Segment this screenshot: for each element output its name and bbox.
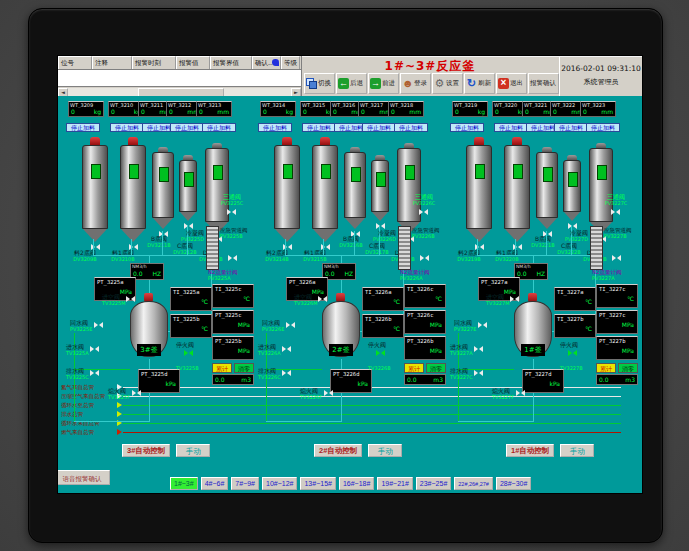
emergency-valve-icon[interactable] <box>612 255 621 262</box>
valve-label[interactable]: 进空阀 TV3225M <box>102 293 136 306</box>
valve-label[interactable]: 进空阀 TV3226M <box>294 293 328 306</box>
totalize-button[interactable]: 累计 <box>404 363 424 373</box>
toolbar-button[interactable]: 设置 <box>432 73 463 94</box>
valve-label[interactable]: 进水阀 TV3225A <box>66 343 100 356</box>
voice-alarm-confirm-button[interactable]: 语音报警确认 <box>57 470 110 485</box>
valve-label[interactable]: 排水阀 TV3225C <box>66 367 100 380</box>
condenser-valve-label[interactable]: 冷凝阀 PV3227D <box>550 229 588 242</box>
three-way-valve-label[interactable]: 三通阀 PV3227C <box>596 193 636 206</box>
fire-valve-icon[interactable] <box>184 350 193 357</box>
emergency-pipe-valve-label[interactable]: 应急管道阀 PV3225B <box>220 227 256 239</box>
fire-stop-valve[interactable]: 停火阀 TV3226B <box>368 341 408 371</box>
clear-button[interactable]: 消零 <box>426 363 446 373</box>
valve-name: 停火阀 <box>560 341 600 348</box>
three-way-valve-label[interactable]: 三通阀 PV3225C <box>212 193 252 206</box>
nav-button[interactable]: 4#~6# <box>201 477 229 490</box>
valve-label[interactable]: 进水阀 TV3226A <box>258 343 292 356</box>
toolbar-button[interactable]: 后退 <box>336 73 367 94</box>
valve-icon[interactable] <box>510 296 519 303</box>
three-way-valve-icon[interactable] <box>611 209 620 216</box>
n2-flowmeter-valve-label[interactable]: N2流量计阀 PV3225A <box>208 269 256 281</box>
nav-button[interactable]: 28#~30# <box>496 477 531 490</box>
nav-button[interactable]: 7#~9# <box>231 477 259 490</box>
valve-label[interactable]: 回水阀 PV3226E <box>262 319 296 332</box>
auto-control-button[interactable]: 2#自动控制 <box>314 444 362 457</box>
nav-button[interactable]: 19#~21# <box>377 477 412 490</box>
toolbar-button[interactable]: 报警确认 <box>528 73 559 94</box>
n2-flowmeter-valve-label[interactable]: N2流量计阀 PV3227A <box>592 269 640 281</box>
feed-stop-button[interactable]: 停止加料 <box>202 123 236 132</box>
feed-stop-button[interactable]: 停止加料 <box>450 123 484 132</box>
nav-button[interactable]: 1#~3# <box>170 477 198 490</box>
valve-label[interactable]: 熄火阀 TV3225F <box>108 387 142 400</box>
valve-label[interactable]: 熄火阀 TV3226F <box>300 387 334 400</box>
feed-stop-button[interactable]: 停止加料 <box>494 123 528 132</box>
feed-stop-button[interactable]: 停止加料 <box>554 123 588 132</box>
emergency-pipe-valve-label[interactable]: 应急管道阀 PV3226B <box>412 227 448 239</box>
valve-icon[interactable] <box>132 390 141 397</box>
feed-stop-button[interactable]: 停止加料 <box>302 123 336 132</box>
emergency-valve-icon[interactable] <box>420 255 429 262</box>
nav-button[interactable]: 10#~12# <box>262 477 297 490</box>
manual-mode-button[interactable]: 手动 <box>368 444 402 457</box>
feed-stop-button[interactable]: 停止加料 <box>394 123 428 132</box>
three-way-valve-icon[interactable] <box>419 209 428 216</box>
valve-icon[interactable] <box>126 296 135 303</box>
fire-valve-icon[interactable] <box>376 350 385 357</box>
valve-icon[interactable] <box>90 346 99 353</box>
feed-stop-button[interactable]: 停止加料 <box>362 123 396 132</box>
toolbar-button[interactable]: 前进 <box>368 73 399 94</box>
nav-button[interactable]: 23#~25# <box>416 477 451 490</box>
valve-icon[interactable] <box>474 346 483 353</box>
manual-mode-button[interactable]: 手动 <box>176 444 210 457</box>
valve-label[interactable]: 排水阀 TV3226C <box>258 367 292 380</box>
clear-button[interactable]: 消零 <box>234 363 254 373</box>
valve-label[interactable]: 进水阀 TV3227A <box>450 343 484 356</box>
valve-icon[interactable] <box>324 390 333 397</box>
fire-stop-valve[interactable]: 停火阀 TV3225B <box>176 341 216 371</box>
valve-label[interactable]: 回水阀 PV3225E <box>70 319 104 332</box>
login-icon <box>402 78 413 89</box>
feed-stop-button[interactable]: 停止加料 <box>170 123 204 132</box>
nav-button[interactable]: 13#~15# <box>300 477 335 490</box>
valve-icon[interactable] <box>282 346 291 353</box>
condenser-valve-label[interactable]: 冷凝阀 PV3226D <box>358 229 396 242</box>
manual-mode-button[interactable]: 手动 <box>560 444 594 457</box>
emergency-valve-icon[interactable] <box>228 255 237 262</box>
feed-stop-button[interactable]: 停止加料 <box>586 123 620 132</box>
three-way-valve-label[interactable]: 三通阀 PV3226C <box>404 193 444 206</box>
feed-stop-button[interactable]: 停止加料 <box>258 123 292 132</box>
fire-stop-valve[interactable]: 停火阀 TV3227B <box>560 341 600 371</box>
nav-button[interactable]: 16#~18# <box>339 477 374 490</box>
valve-label[interactable]: 进空阀 TV3227M <box>486 293 520 306</box>
emergency-pipe-valve-label[interactable]: 应急管道阀 PV3227B <box>604 227 640 239</box>
valve-icon[interactable] <box>318 296 327 303</box>
toolbar-button[interactable]: 切换 <box>304 73 335 94</box>
toolbar-button[interactable]: 登录 <box>400 73 431 94</box>
valve-icon[interactable] <box>94 322 103 329</box>
nav-button[interactable]: 22#,26#,27# <box>454 477 493 490</box>
valve-label[interactable]: 熄火阀 TV3227F <box>492 387 526 400</box>
valve-icon[interactable] <box>282 370 291 377</box>
toolbar-panel: 1#~3#反应釜 切换 后退 前进 <box>302 56 642 97</box>
totalize-button[interactable]: 累计 <box>212 363 232 373</box>
feed-stop-button[interactable]: 停止加料 <box>66 123 100 132</box>
n2-flowmeter-valve-label[interactable]: N2流量计阀 PV3226A <box>400 269 448 281</box>
valve-icon[interactable] <box>474 370 483 377</box>
totalize-button[interactable]: 累计 <box>596 363 616 373</box>
valve-icon[interactable] <box>478 322 487 329</box>
clear-button[interactable]: 消零 <box>618 363 638 373</box>
toolbar-button[interactable]: 退出 <box>496 73 527 94</box>
valve-label[interactable]: 排水阀 TV3227C <box>450 367 484 380</box>
auto-control-button[interactable]: 3#自动控制 <box>122 444 170 457</box>
toolbar-button[interactable]: 刷新 <box>464 73 495 94</box>
valve-icon[interactable] <box>516 390 525 397</box>
valve-icon[interactable] <box>90 370 99 377</box>
feed-stop-button[interactable]: 停止加料 <box>110 123 144 132</box>
auto-control-button[interactable]: 1#自动控制 <box>506 444 554 457</box>
condenser-valve-label[interactable]: 冷凝阀 PV3225D <box>166 229 204 242</box>
valve-label[interactable]: 回水阀 PV3227E <box>454 319 488 332</box>
valve-icon[interactable] <box>286 322 295 329</box>
fire-valve-icon[interactable] <box>568 350 577 357</box>
three-way-valve-icon[interactable] <box>227 209 236 216</box>
